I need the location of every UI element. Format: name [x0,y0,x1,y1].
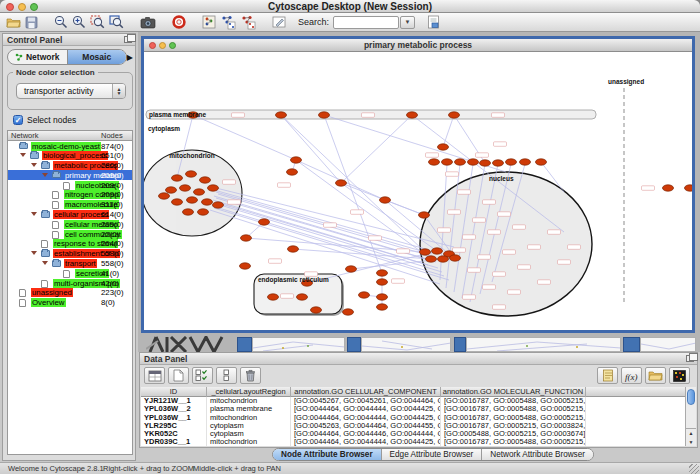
network-node[interactable] [359,292,370,298]
expand-arrow-icon[interactable] [20,153,26,157]
table-cell[interactable]: mitochondrion [207,438,291,446]
network-node[interactable] [450,255,461,261]
network-node[interactable] [202,199,213,205]
table-row[interactable]: YDR039C__1mitochondrion[GO:0044464, GO:0… [141,438,686,446]
network-node[interactable] [429,159,440,165]
browser-tab-network[interactable]: Network Attribute Browser [482,449,593,460]
network-edge[interactable] [443,115,454,147]
compartment-mitochondrion[interactable] [144,150,242,236]
zoom-selected-button[interactable] [90,14,105,30]
tree-row[interactable]: macromolecule311(0) [8,200,132,210]
network-node[interactable] [663,185,674,191]
network-node[interactable] [183,209,194,215]
annotation-button[interactable] [272,14,286,30]
network-node[interactable] [520,159,531,165]
search-dropdown-button[interactable]: ▼ [400,16,415,29]
network-node[interactable] [194,189,205,195]
tab-mosaic[interactable]: Mosaic [67,50,127,64]
table-cell[interactable]: cytoplasm [207,430,291,438]
network-node[interactable] [377,270,388,276]
expand-arrow-icon[interactable] [42,173,48,177]
tree-row[interactable]: multi-organism pro42(0) [8,278,132,288]
tree-row[interactable]: response to stimul264(0) [8,239,132,249]
browser-tab-edge[interactable]: Edge Attribute Browser [382,449,483,460]
network-node[interactable] [288,246,299,252]
network-node[interactable] [297,294,308,300]
network-node[interactable] [480,160,491,166]
network-node[interactable] [213,202,224,208]
table-cell[interactable]: [GO:0016787, GO:0005488, GO:0005215, G..… [441,438,586,446]
open-file-button[interactable] [6,14,21,30]
network-node[interactable] [187,197,198,203]
table-cell[interactable]: [GO:0044464, GO:0044444, GO:0044425, G..… [291,405,441,413]
app-titlebar[interactable]: Cytoscape Desktop (New Session) [0,0,700,13]
zoom-in-button[interactable] [72,14,86,30]
tree-row[interactable]: nucleobase-209(0) [8,180,132,190]
network-node[interactable] [438,144,449,150]
table-row[interactable]: YPL036W__2plasma membrane[GO:0044464, GO… [141,405,686,413]
table-row[interactable]: YLR295Ccytoplasm[GO:0045263, GO:0044464,… [141,422,686,430]
notes-button[interactable] [597,367,618,384]
select-attributes-button[interactable] [192,367,213,384]
table-column-header[interactable]: annotation.GO CELLULAR_COMPONENT [291,387,441,397]
network-node[interactable] [180,185,191,191]
expand-arrow-icon[interactable] [31,212,37,216]
network-edge[interactable] [385,200,424,215]
table-row[interactable]: YKR052Ccytoplasm[GO:0044464, GO:0044446,… [141,430,686,438]
table-column-header[interactable]: _cellularLayoutRegion [207,387,291,397]
apply-layout-red-button[interactable] [240,14,256,30]
float-panel-icon[interactable] [686,355,694,362]
network-node[interactable] [419,212,430,218]
tree-row[interactable]: establishment of lo558(0) [8,249,132,259]
table-row[interactable]: YPL036W__1mitochondrion[GO:0044464, GO:0… [141,414,686,422]
background-window-fragment[interactable] [252,337,345,352]
table-cell[interactable]: mitochondrion [207,397,291,405]
network-edge[interactable] [214,208,449,280]
compartment-nucleus[interactable] [420,172,592,316]
network-node[interactable] [685,185,693,191]
scrollbar-thumb[interactable] [687,389,695,405]
tree-row[interactable]: metabolic process280(0) [8,161,132,171]
apply-layout-blue-button[interactable] [220,14,236,30]
network-node[interactable] [259,219,270,225]
table-cell[interactable]: YPL036W__2 [141,405,207,413]
network-node[interactable] [287,169,298,175]
network-node[interactable] [377,304,388,310]
snapshot-button[interactable] [140,14,156,30]
table-cell[interactable]: YPL036W__1 [141,414,207,422]
table-cell[interactable]: mitochondrion [207,414,291,422]
tree-row[interactable]: cellular process614(0) [8,210,132,220]
network-canvas[interactable]: plasma membranecytoplasmmitochondrionnuc… [144,52,692,329]
unselect-attributes-button[interactable] [216,367,237,384]
tab-overflow-arrow[interactable]: ▶ [127,53,133,62]
table-cell[interactable]: YDR039C__1 [141,438,207,446]
import-attributes-button[interactable] [645,367,666,384]
help-button[interactable] [172,14,186,30]
background-window-fragment[interactable] [347,337,361,352]
network-node[interactable] [319,112,330,118]
tree-row[interactable]: cellular metabo209(0) [8,219,132,229]
network-node[interactable] [536,159,547,165]
background-window-fragment[interactable] [237,337,252,352]
network-node[interactable] [343,309,354,315]
tree-row[interactable]: Overview8(0) [8,298,132,308]
network-node[interactable] [241,235,252,241]
expand-arrow-icon[interactable] [31,163,37,167]
tab-network[interactable]: Network [8,50,67,64]
network-node[interactable] [186,171,197,177]
save-session-button[interactable] [25,14,38,30]
table-cell[interactable]: [GO:0005488, GO:0005215, GO:0003674] [441,430,586,438]
table-cell[interactable]: YJR121W__1 [141,397,207,405]
table-cell[interactable]: [GO:0044464, GO:0044446, GO:0044444, G..… [291,430,441,438]
table-cell[interactable]: [GO:0016787, GO:0005488, GO:0005215, G..… [441,405,586,413]
background-window-fragment[interactable] [623,337,640,352]
tree-row[interactable]: secretion41(0) [8,268,132,278]
node-color-dropdown[interactable]: transporter activity ▲▼ [16,83,126,99]
network-node[interactable] [200,177,211,183]
network-node[interactable] [208,185,219,191]
tree-row[interactable]: primary metabol209(0) [8,170,132,180]
network-node[interactable] [407,112,418,118]
background-window-fragment[interactable] [361,337,451,352]
network-node[interactable] [493,160,504,166]
network-node[interactable] [377,294,388,300]
